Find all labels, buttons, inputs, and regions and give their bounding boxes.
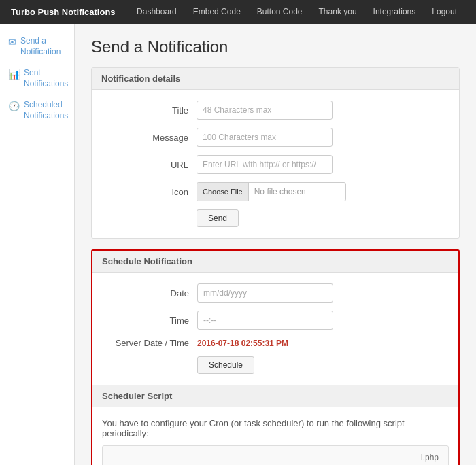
dashboard-link[interactable]: Dashboard — [129, 0, 185, 24]
scheduler-script-body: You have to configure your Cron (or task… — [92, 407, 458, 465]
title-row: Title — [101, 101, 449, 120]
chart-icon: 📊 — [8, 69, 20, 80]
title-label: Title — [101, 105, 197, 116]
choose-file-button[interactable]: Choose File — [197, 183, 249, 201]
top-navigation: Turbo Push Notifications Dashboard Embed… — [0, 0, 476, 24]
schedule-button[interactable]: Schedule — [197, 356, 254, 374]
time-input[interactable] — [197, 311, 333, 330]
notification-panel-body: Title Message URL Icon Choose File No fi… — [92, 90, 459, 238]
schedule-panel-header: Schedule Notification — [92, 251, 458, 273]
sidebar-item-send-label: Send a Notification — [20, 36, 66, 57]
sidebar: ✉ Send a Notification 📊 Sent Notificatio… — [0, 24, 75, 465]
no-file-label: No file chosen — [249, 187, 311, 196]
schedule-button-row: Schedule — [102, 356, 449, 374]
server-datetime-label: Server Date / Time — [102, 338, 197, 348]
url-row: URL — [101, 155, 449, 174]
notification-panel-header: Notification details — [92, 68, 459, 90]
date-label: Date — [102, 288, 197, 298]
clock-icon: 🕐 — [8, 101, 20, 111]
scheduler-script-panel: Scheduler Script You have to configure y… — [92, 385, 458, 465]
button-code-link[interactable]: Button Code — [249, 0, 311, 24]
send-button[interactable]: Send — [197, 209, 239, 227]
logout-link[interactable]: Logout — [424, 0, 465, 24]
integrations-link[interactable]: Integrations — [365, 0, 424, 24]
page-title: Send a Notification — [91, 37, 460, 56]
message-row: Message — [101, 128, 449, 147]
schedule-panel-body: Date Time Server Date / Time 2016-07-18 … — [92, 273, 458, 385]
schedule-panel: Schedule Notification Date Time Server D… — [92, 251, 458, 385]
app-brand: Turbo Push Notifications — [11, 7, 116, 17]
server-datetime-value: 2016-07-18 02:55:31 PM — [197, 339, 288, 348]
sidebar-item-scheduled[interactable]: 🕐 Scheduled Notifications — [5, 96, 69, 125]
url-label: URL — [101, 160, 197, 170]
red-bordered-section: Schedule Notification Date Time Server D… — [91, 249, 460, 465]
date-row: Date — [102, 283, 449, 303]
file-input-wrapper: Choose File No file chosen — [197, 182, 346, 201]
main-content: Send a Notification Notification details… — [75, 24, 476, 465]
body-layout: ✉ Send a Notification 📊 Sent Notificatio… — [0, 24, 476, 465]
date-input[interactable] — [197, 283, 333, 303]
time-label: Time — [102, 315, 197, 326]
send-icon: ✉ — [8, 37, 16, 48]
sidebar-item-send[interactable]: ✉ Send a Notification — [5, 32, 69, 61]
thank-you-link[interactable]: Thank you — [311, 0, 365, 24]
sidebar-item-sent-label: Sent Notifications — [24, 68, 68, 89]
message-input[interactable] — [197, 128, 333, 147]
send-button-row: Send — [101, 209, 449, 227]
cron-description: You have to configure your Cron (or task… — [102, 418, 449, 438]
notification-details-panel: Notification details Title Message URL I… — [91, 67, 460, 239]
sidebar-item-scheduled-label: Scheduled Notifications — [24, 100, 68, 121]
icon-label: Icon — [101, 187, 197, 197]
server-datetime-row: Server Date / Time 2016-07-18 02:55:31 P… — [102, 338, 449, 348]
embed-code-link[interactable]: Embed Code — [185, 0, 249, 24]
url-input[interactable] — [197, 155, 333, 174]
script-box: i.php — [102, 445, 449, 465]
sidebar-item-sent[interactable]: 📊 Sent Notifications — [5, 64, 69, 93]
time-row: Time — [102, 311, 449, 330]
scheduler-script-header: Scheduler Script — [92, 385, 458, 407]
title-input[interactable] — [197, 101, 333, 120]
message-label: Message — [101, 133, 197, 143]
topnav-links: Dashboard Embed Code Button Code Thank y… — [129, 0, 465, 24]
script-content: i.php — [421, 453, 439, 462]
icon-row: Icon Choose File No file chosen — [101, 182, 449, 201]
